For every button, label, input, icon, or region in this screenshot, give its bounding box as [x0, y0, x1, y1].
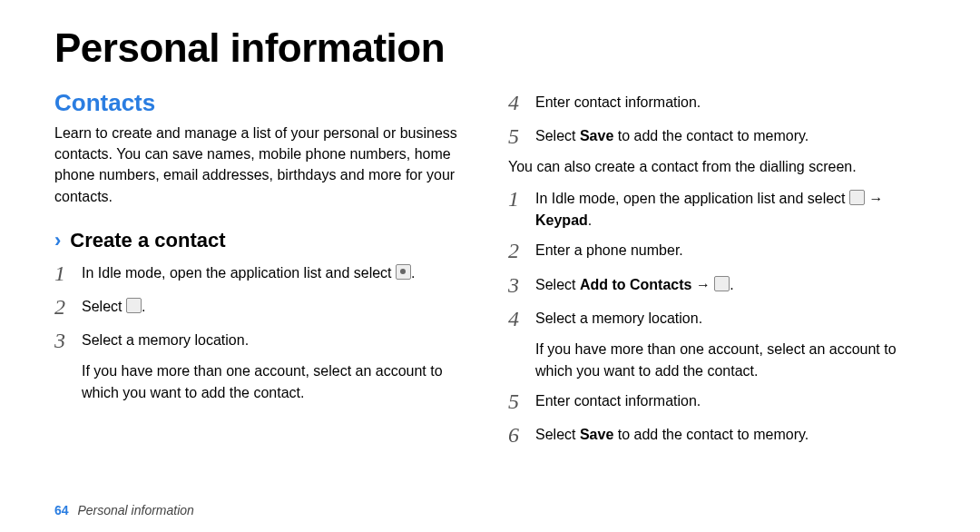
step-text-span: to add the contact to memory.	[613, 128, 808, 143]
step-number: 5	[508, 123, 535, 151]
stepB-3: 3 Select Add to Contacts → .	[508, 271, 926, 300]
step-text: Select a memory location.	[535, 305, 702, 333]
stepB-4-sub: If you have more than one account, selec…	[535, 339, 926, 382]
step-text-span: .	[730, 277, 733, 292]
step-text: In Idle mode, open the application list …	[535, 185, 926, 232]
step-text-span: →	[691, 277, 714, 292]
bridge-text: You can also create a contact from the d…	[508, 156, 926, 178]
step-number: 3	[508, 271, 535, 300]
step-text-bold: Keypad	[535, 212, 588, 228]
chevron-icon: ›	[54, 229, 61, 252]
step-text-span: In Idle mode, open the application list …	[535, 191, 849, 206]
step-text-bold: Save	[580, 128, 613, 143]
section-heading-contacts: Contacts	[54, 89, 472, 117]
right-column: 4 Enter contact information. 5 Select Sa…	[508, 89, 926, 455]
stepA-5: 5 Select Save to add the contact to memo…	[508, 123, 926, 151]
two-column-layout: Contacts Learn to create and manage a li…	[54, 89, 926, 455]
step-number: 4	[508, 305, 535, 333]
step-text: Select Add to Contacts → .	[535, 271, 734, 300]
step-text-span: Select	[535, 128, 580, 143]
step-number: 5	[508, 388, 535, 416]
stepA-4: 4 Enter contact information.	[508, 89, 926, 117]
stepB-5: 5 Enter contact information.	[508, 388, 926, 416]
stepB-4: 4 Select a memory location.	[508, 305, 926, 333]
subheading-create-contact: Create a contact	[70, 229, 225, 252]
add-icon	[126, 298, 142, 313]
stepA-3-sub: If you have more than one account, selec…	[82, 360, 472, 404]
step-text: Select Save to add the contact to memory…	[535, 421, 808, 449]
step-text-span: .	[588, 212, 592, 228]
step-text-span: Select	[535, 277, 580, 292]
step-text: Enter a phone number.	[535, 237, 683, 265]
step-number: 6	[508, 421, 535, 449]
contacts-intro-text: Learn to create and manage a list of you…	[54, 123, 472, 207]
step-number: 1	[508, 185, 535, 232]
subheading-row: › Create a contact	[54, 229, 472, 252]
step-text-span: to add the contact to memory.	[613, 427, 808, 442]
step-text: In Idle mode, open the application list …	[82, 260, 415, 288]
step-text: Select Save to add the contact to memory…	[535, 123, 808, 151]
stepB-2: 2 Enter a phone number.	[508, 237, 926, 265]
step-text-span: In Idle mode, open the application list …	[82, 265, 396, 281]
stepB-6: 6 Select Save to add the contact to memo…	[508, 421, 926, 449]
contacts-app-icon	[396, 264, 411, 280]
step-text-span: .	[142, 299, 145, 314]
step-number: 3	[54, 327, 82, 355]
step-text-span: Select	[535, 427, 580, 442]
page-number: 64	[54, 503, 69, 517]
step-number: 2	[54, 293, 82, 321]
step-number: 1	[54, 260, 82, 288]
step-text-span: Select	[82, 299, 126, 314]
step-number: 2	[508, 237, 535, 265]
page-title: Personal information	[54, 25, 926, 71]
left-column: Contacts Learn to create and manage a li…	[54, 89, 472, 455]
phone-app-icon	[849, 190, 865, 205]
stepB-1: 1 In Idle mode, open the application lis…	[508, 185, 926, 232]
page-footer: 64 Personal information	[54, 503, 194, 517]
step-text: Enter contact information.	[535, 89, 701, 117]
create-contact-icon	[714, 276, 730, 291]
step-text-bold: Save	[580, 427, 613, 442]
step-text: Enter contact information.	[535, 388, 701, 416]
step-text: Select a memory location.	[82, 327, 249, 355]
footer-label: Personal information	[77, 503, 193, 517]
step-text: Select .	[82, 293, 145, 321]
stepA-3: 3 Select a memory location.	[54, 327, 472, 355]
stepA-1: 1 In Idle mode, open the application lis…	[54, 260, 472, 288]
step-text-span: .	[411, 265, 415, 281]
step-text-bold: Add to Contacts	[580, 277, 692, 292]
step-number: 4	[508, 89, 535, 117]
step-text-span: →	[865, 191, 883, 206]
stepA-2: 2 Select .	[54, 293, 472, 321]
